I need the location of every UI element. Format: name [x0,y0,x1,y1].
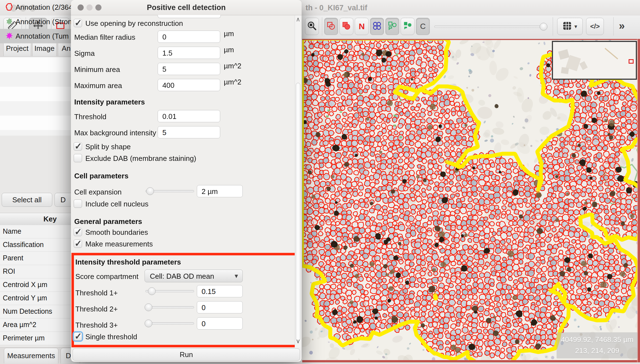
single-threshold-checkbox[interactable]: ✓ [74,332,82,341]
chevron-down-icon: ▾ [235,272,238,280]
threshold-label: Threshold [74,113,106,121]
cell-expansion-label: Cell expansion [74,188,122,196]
annotation-shape-icon [5,17,14,27]
table-row: Parent [0,252,71,265]
smooth-boundaries-label: Smooth boundaries [85,228,148,237]
threshold-2-input[interactable]: 0 [197,301,243,313]
intensity-parameters-header: Intensity parameters [74,98,145,106]
table-row: Area µm^2 [0,318,71,332]
cursor-location-um: 40499.92, 7468.35 µm [557,334,638,345]
dialog-title: Positive cell detection [71,3,302,12]
minimum-area-input[interactable]: 5 [158,63,220,75]
overview-thumbnail[interactable] [552,41,637,80]
unit-label: µm [224,29,234,38]
scroll-down-icon[interactable]: ∨ [296,338,300,345]
threshold-3-input[interactable]: 0 [197,317,243,330]
opacity-slider-thumb[interactable] [540,23,547,31]
annotations-outline-icon [326,21,336,32]
table-icon [563,21,572,31]
checkmark-icon: ✓ [75,141,82,151]
annotation-shape-icon [5,3,14,13]
show-annotations-button[interactable] [324,18,338,35]
median-filter-radius-input[interactable]: 0 [158,31,220,43]
median-filter-radius-label: Median filter radius [74,33,135,42]
show-detections-button[interactable] [385,18,399,35]
minimum-area-label: Minimum area [74,65,120,74]
threshold-3-slider[interactable] [145,322,194,325]
positive-cell-detection-dialog: Positive cell detection ✓ Use opening by… [71,0,302,362]
magnifier-icon [307,21,317,32]
detections-filled-icon [403,21,412,32]
exclude-dab-label: Exclude DAB (membrane staining) [85,154,196,163]
opacity-slider[interactable] [434,26,547,28]
annotation-shape-icon [5,32,14,42]
use-opening-checkbox[interactable]: ✓ [74,19,82,27]
table-row: Num Detections [0,305,71,318]
select-all-button[interactable]: Select all [2,193,52,207]
general-parameters-header: General parameters [74,217,142,226]
max-background-intensity-input[interactable]: 5 [158,126,220,138]
measurement-table-button[interactable]: ▾ [557,18,583,35]
slide-canvas[interactable] [302,39,640,364]
cursor-location-overlay: 40499.92, 7468.35 µm 213, 214, 209 [557,332,638,358]
overview-tissue-fragment [561,67,569,74]
table-row: Name [0,225,71,238]
toolbar-separator [322,17,322,36]
threshold-1-slider[interactable] [145,290,194,292]
show-connections-button[interactable]: C [416,18,430,35]
threshold-3-slider-thumb[interactable] [145,320,152,327]
tma-grid-button[interactable] [370,18,384,35]
maximum-area-input[interactable]: 400 [158,79,220,91]
detections-outline-icon [388,21,397,32]
intensity-threshold-header: Intensity threshold parameters [75,258,181,266]
run-button[interactable]: Run [73,348,300,361]
script-editor-button[interactable]: </> [586,18,604,35]
annotation-list-item[interactable]: Annotation (2/364 [0,0,71,14]
cell-parameters-header: Cell parameters [74,172,128,180]
fill-annotations-button[interactable] [339,18,353,35]
smooth-boundaries-checkbox[interactable]: ✓ [74,228,82,236]
split-by-shape-checkbox[interactable]: ✓ [74,142,82,151]
overview-tissue-fragment [605,48,618,59]
unit-label: µm^2 [224,78,241,86]
cursor-location-rgb: 213, 214, 209 [557,345,638,356]
score-compartment-label: Score compartment [75,272,138,281]
threshold-input[interactable]: 0.01 [158,110,220,122]
cell-expansion-slider[interactable] [145,190,194,192]
split-by-shape-label: Split by shape [85,143,131,151]
exclude-dab-checkbox[interactable] [74,154,82,162]
dialog-scrollbar-thumb[interactable] [296,83,300,341]
single-threshold-label: Single threshold [85,333,137,341]
threshold-2-slider-thumb[interactable] [145,303,152,311]
annotation-list-item-selected[interactable]: Annotation (Tum [0,29,71,43]
tab-measurements[interactable]: Measurements [4,348,58,363]
threshold-1-input[interactable]: 0.15 [197,285,243,297]
checkmark-icon: ✓ [75,18,82,28]
include-cell-nucleus-checkbox[interactable] [74,200,82,208]
threshold-1-slider-thumb[interactable] [148,287,156,295]
overview-tissue-fragment [558,49,570,60]
show-names-button[interactable]: N [355,18,369,35]
unit-label: µm [224,46,234,54]
fill-detections-button[interactable] [401,18,415,35]
annotation-list: Annotation (2/364 Annotation (Stron Anno… [0,0,71,136]
cell-expansion-slider-thumb[interactable] [146,187,154,195]
unit-label: µm^2 [224,62,241,70]
checkmark-icon: ✓ [75,238,82,249]
zoom-to-fit-button[interactable] [305,18,319,35]
toolbar-overflow-button[interactable]: » [619,20,625,32]
image-viewer[interactable]: 40499.92, 7468.35 µm 213, 214, 209 [302,39,640,364]
cell-expansion-input[interactable]: 2 µm [197,185,243,197]
delete-button[interactable]: D [54,193,72,207]
table-row: ROI [0,265,71,278]
sigma-input[interactable]: 1.5 [158,47,220,59]
annotation-list-item[interactable]: Annotation (Stron [0,14,71,29]
checkmark-icon: ✓ [75,331,82,341]
scroll-up-icon[interactable]: ∧ [296,16,300,23]
threshold-2-slider[interactable] [145,306,194,308]
annotations-filled-icon [342,21,351,32]
use-opening-label: Use opening by reconstruction [85,19,183,28]
dialog-scrollbar[interactable]: ∧ ∨ [295,15,301,347]
score-compartment-dropdown[interactable]: Cell: DAB OD mean ▾ [145,270,243,282]
make-measurements-checkbox[interactable]: ✓ [74,240,82,248]
